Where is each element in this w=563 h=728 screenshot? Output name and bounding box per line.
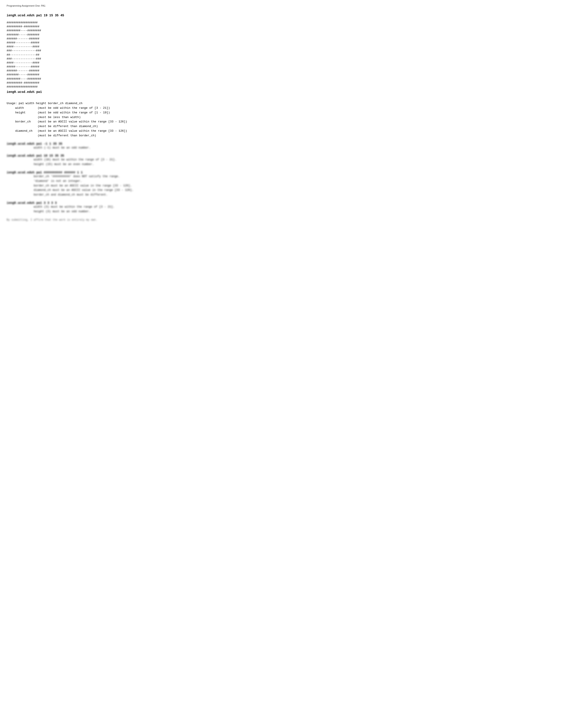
- first-command: ieng9.ucsd.edu% pa1 19 15 35 45: [7, 14, 181, 17]
- footer-text: By submitting, I affirm that the work is…: [7, 218, 181, 221]
- diamond-art-block: ###########################-############…: [7, 21, 181, 89]
- second-command: ieng9.ucsd.edu% pa1: [7, 90, 181, 94]
- page-title: Programming Assignment One: PA1: [7, 4, 181, 7]
- blurred-section-1: ieng9.ucsd.edu% pa1 10 15 35 35 width (1…: [7, 154, 181, 167]
- blurred-section-0: ieng9.ucsd.edu% pa1 -1 1 35 35 width (-1…: [7, 142, 181, 150]
- blurred-sections-container: ieng9.ucsd.edu% pa1 -1 1 35 35 width (-1…: [7, 142, 181, 214]
- blurred-section-2: ieng9.ucsd.edu% pa1 ########## ###### 1 …: [7, 171, 181, 197]
- usage-block: Usage: pa1 width height border_ch diamon…: [7, 101, 181, 138]
- blurred-section-3: ieng9.ucsd.edu% pa1 3 3 3 3 width (3) mu…: [7, 201, 181, 214]
